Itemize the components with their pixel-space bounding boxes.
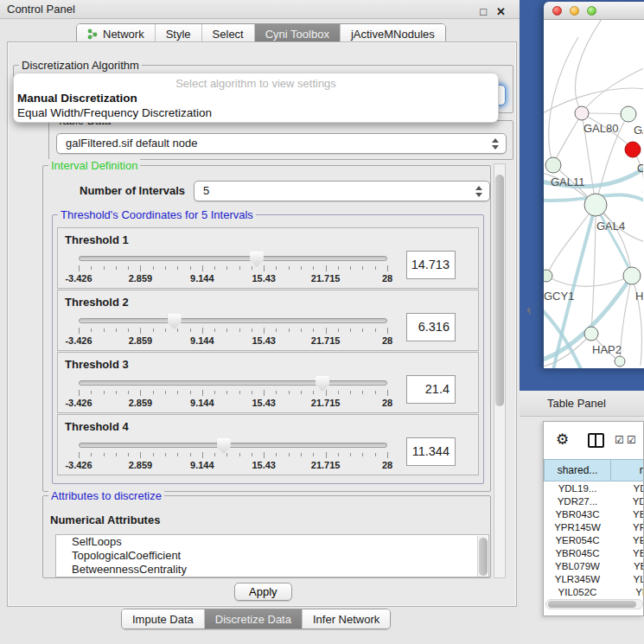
threshold-slider[interactable]: -3.4262.8599.14415.4321.71528 (79, 316, 388, 349)
table-horizontal-scrollbar[interactable] (545, 599, 643, 609)
tab-select[interactable]: Select (202, 24, 255, 43)
column-header-name[interactable]: na (611, 459, 644, 481)
table-row[interactable]: YLR345WYLR3 (544, 573, 644, 586)
network-view-window[interactable]: GAL80GACGAL11GAL4GCY1HHAP2 (544, 2, 644, 368)
slider-thumb-handle[interactable] (316, 376, 329, 392)
slider-track[interactable] (79, 318, 387, 323)
threshold-slider[interactable]: -3.4262.8599.14415.4321.71528 (79, 441, 388, 474)
algorithm-option-manual[interactable]: Manual Discretization (14, 91, 498, 105)
table-row[interactable]: YDL19...YDL1 (544, 482, 644, 495)
table-cell[interactable]: YBR045C (544, 547, 611, 560)
network-node[interactable] (621, 106, 636, 122)
table-hscrollbar-thumb[interactable] (548, 601, 636, 608)
network-node[interactable] (545, 157, 561, 173)
attributes-scrollbar-thumb[interactable] (479, 538, 488, 576)
tab-style[interactable]: Style (156, 24, 202, 43)
network-node-label: H (635, 290, 643, 303)
close-traffic-light-icon[interactable] (552, 6, 562, 16)
table-cell[interactable]: YIL052C (544, 586, 611, 596)
slider-tick (214, 391, 215, 394)
zoom-traffic-light-icon[interactable] (587, 6, 596, 16)
apply-button[interactable]: Apply (234, 583, 292, 601)
attribute-item[interactable]: BetweennessCentrality (56, 563, 488, 577)
table-cell[interactable]: YBR043C (544, 508, 611, 521)
tab-impute-data[interactable]: Impute Data (122, 609, 205, 628)
settings-scrollbar-thumb[interactable] (495, 175, 504, 406)
table-data-combobox[interactable]: galFiltered.sif default node (56, 133, 507, 154)
algorithm-placeholder-option[interactable]: Select algorithm to view settings (14, 73, 498, 91)
tab-cyni-toolbox[interactable]: Cyni Toolbox (255, 24, 341, 43)
table-cell[interactable]: YIL0 (611, 586, 644, 596)
network-node[interactable] (575, 106, 589, 120)
numerical-attributes-label: Numerical Attributes (50, 513, 160, 526)
settings-scrollbar[interactable] (494, 163, 506, 578)
table-row[interactable]: YDR27...YDR2 (544, 495, 644, 508)
slider-thumb-handle[interactable] (217, 438, 231, 454)
network-node[interactable] (584, 194, 607, 216)
table-cell[interactable]: YPR145W (544, 521, 611, 534)
network-node[interactable] (584, 327, 598, 341)
table-cell[interactable]: YBL079W (544, 560, 611, 573)
table-row[interactable]: YBR043CYBR0 (544, 508, 644, 521)
attribute-item[interactable]: TopologicalCoefficient (56, 549, 488, 563)
table-row[interactable]: YIL052CYIL0 (544, 586, 644, 596)
threshold-value-field[interactable]: 11.344 (406, 437, 456, 466)
slider-scale-label: 2.859 (129, 460, 153, 470)
slider-tick (264, 328, 265, 334)
number-of-intervals-combobox[interactable]: 5 (194, 181, 490, 201)
table-row[interactable]: YBR045CYBR0 (544, 547, 644, 560)
attributes-list-scrollbar[interactable] (477, 536, 488, 577)
network-node[interactable] (615, 356, 625, 367)
threshold-value-field[interactable]: 21.4 (406, 375, 456, 404)
table-row[interactable]: YPR145WYPR1 (544, 521, 644, 534)
table-cell[interactable]: YBR0 (611, 547, 644, 560)
slider-tick (326, 390, 327, 396)
numerical-attributes-list[interactable]: SelfLoops TopologicalCoefficient Between… (55, 534, 489, 577)
float-window-icon[interactable]: □ (480, 3, 487, 22)
slider-track[interactable] (79, 256, 387, 261)
table-cell[interactable]: YLR3 (611, 573, 644, 586)
table-row[interactable]: YER054CYER0 (544, 534, 644, 547)
attribute-item[interactable]: SelfLoops (56, 535, 488, 549)
network-node[interactable] (544, 270, 552, 282)
slider-scale-label: 15.43 (252, 335, 276, 346)
slider-track[interactable] (79, 380, 387, 386)
table-cell[interactable]: YER054C (544, 534, 611, 547)
close-icon[interactable]: ✕ (496, 3, 506, 22)
checkbox-icon[interactable]: ☑ (615, 434, 624, 446)
split-column-icon[interactable] (588, 433, 604, 448)
slider-scale-label: 28 (382, 398, 392, 408)
table-cell[interactable]: YDR2 (611, 495, 644, 508)
table-cell[interactable]: YDL1 (611, 482, 644, 495)
threshold-slider[interactable]: -3.4262.8599.14415.4321.71528 (79, 254, 388, 287)
table-cell[interactable]: YLR345W (544, 573, 611, 586)
table-cell[interactable]: YBR0 (611, 508, 644, 521)
table-cell[interactable]: YDL19... (544, 482, 611, 495)
column-header-shared-name[interactable]: shared... (544, 459, 611, 481)
slider-thumb-handle[interactable] (250, 252, 264, 267)
slider-track[interactable] (79, 443, 387, 448)
threshold-slider[interactable]: -3.4262.8599.14415.4321.71528 (79, 379, 388, 411)
network-node[interactable] (623, 267, 641, 284)
attributes-group-title: Attributes to discretize (48, 489, 164, 502)
tab-discretize-data[interactable]: Discretize Data (205, 609, 303, 628)
slider-tick (226, 328, 227, 332)
threshold-value-field[interactable]: 14.713 (406, 251, 456, 279)
table-cell[interactable]: YBL0 (611, 560, 644, 573)
gear-icon[interactable]: ⚙ (556, 430, 569, 449)
minimize-traffic-light-icon[interactable] (570, 6, 579, 16)
threshold-value-field[interactable]: 6.316 (406, 313, 456, 341)
slider-thumb-handle[interactable] (168, 314, 182, 329)
algorithm-option-equal-width[interactable]: Equal Width/Frequency Discretization (14, 105, 498, 120)
checkbox-icon[interactable]: ☑ (627, 434, 636, 446)
network-window-titlebar[interactable] (544, 2, 644, 20)
table-row[interactable]: YBL079WYBL0 (544, 560, 644, 573)
table-cell[interactable]: YDR27... (544, 495, 611, 508)
tab-network[interactable]: Network (77, 24, 156, 43)
tab-jactivemnodules[interactable]: jActiveMNodules (341, 24, 445, 43)
tab-infer-network[interactable]: Infer Network (303, 609, 390, 628)
network-node[interactable] (625, 142, 641, 157)
table-cell[interactable]: YPR1 (611, 521, 644, 534)
network-canvas[interactable]: GAL80GACGAL11GAL4GCY1HHAP2 (544, 20, 644, 368)
table-cell[interactable]: YER0 (611, 534, 644, 547)
